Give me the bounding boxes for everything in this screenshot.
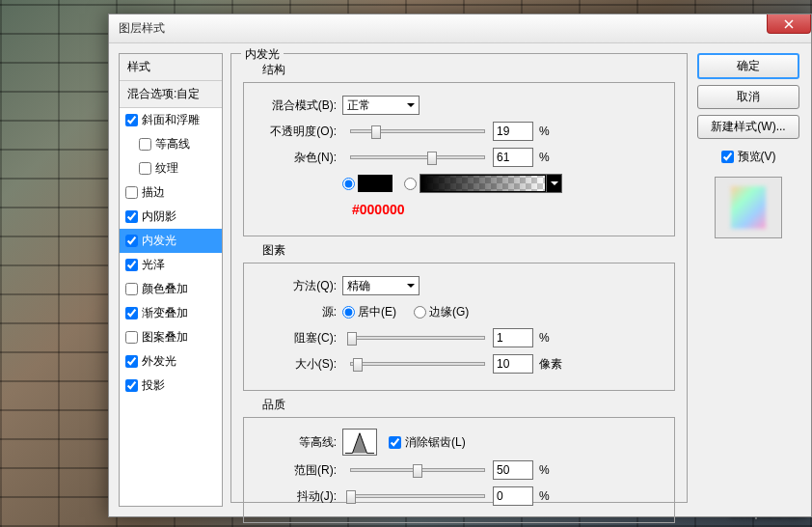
choke-input[interactable]: [493, 328, 533, 347]
panel-legend: 内发光: [241, 46, 284, 63]
noise-input[interactable]: [493, 148, 533, 167]
source-center-radio[interactable]: [342, 306, 355, 319]
range-input[interactable]: [493, 460, 533, 480]
style-checkbox[interactable]: [125, 235, 138, 247]
style-checkbox[interactable]: [125, 259, 138, 271]
color-radio[interactable]: [342, 178, 355, 190]
layer-style-dialog: 图层样式 样式 混合选项:自定 斜面和浮雕等高线纹理描边内阴影内发光光泽颜色叠加…: [108, 14, 812, 517]
styles-list: 样式 混合选项:自定 斜面和浮雕等高线纹理描边内阴影内发光光泽颜色叠加渐变叠加图…: [119, 53, 223, 507]
style-item[interactable]: 图案叠加: [120, 325, 222, 349]
gradient-radio[interactable]: [404, 178, 417, 190]
blend-options-item[interactable]: 混合选项:自定: [120, 81, 222, 108]
hex-annotation: #000000: [352, 202, 405, 217]
method-select[interactable]: 精确: [342, 276, 420, 295]
source-label: 源:: [256, 304, 342, 320]
style-label: 外发光: [142, 353, 176, 370]
structure-legend: 结构: [262, 62, 675, 78]
jitter-slider[interactable]: [350, 494, 485, 498]
style-checkbox[interactable]: [139, 162, 151, 175]
style-item[interactable]: 投影: [120, 374, 222, 398]
preview-checkbox[interactable]: [721, 151, 734, 163]
style-checkbox[interactable]: [125, 379, 138, 392]
opacity-input[interactable]: [493, 122, 533, 141]
noise-slider[interactable]: [350, 155, 485, 159]
range-slider[interactable]: [350, 468, 485, 472]
ok-button[interactable]: 确定: [697, 53, 799, 79]
cancel-button[interactable]: 取消: [697, 85, 799, 109]
style-label: 图案叠加: [142, 329, 188, 346]
noise-label: 杂色(N):: [256, 150, 342, 166]
style-item[interactable]: 等高线: [120, 132, 222, 156]
new-style-button[interactable]: 新建样式(W)...: [697, 115, 799, 139]
styles-header[interactable]: 样式: [120, 54, 222, 81]
style-checkbox[interactable]: [125, 307, 138, 319]
style-item[interactable]: 外发光: [120, 349, 222, 374]
style-item[interactable]: 纹理: [120, 156, 222, 180]
choke-label: 阻塞(C):: [256, 330, 342, 347]
method-label: 方法(Q):: [256, 278, 342, 294]
style-item[interactable]: 内阴影: [120, 205, 222, 229]
right-panel: 确定 取消 新建样式(W)... 预览(V): [695, 53, 801, 507]
style-label: 光泽: [142, 257, 165, 273]
style-item[interactable]: 光泽: [120, 253, 222, 277]
contour-label: 等高线:: [256, 434, 342, 451]
style-label: 斜面和浮雕: [142, 112, 200, 128]
contour-picker[interactable]: [342, 429, 377, 456]
antialias-checkbox[interactable]: [389, 436, 401, 449]
gradient-dropdown[interactable]: [546, 175, 561, 192]
settings-panel: 内发光 结构 混合模式(B): 正常 不透明度(O): % 杂色(N):: [230, 53, 688, 507]
preview-thumbnail: [715, 177, 782, 238]
choke-slider[interactable]: [350, 336, 485, 340]
gradient-swatch[interactable]: [420, 175, 546, 192]
opacity-slider[interactable]: [350, 129, 485, 133]
color-swatch[interactable]: [358, 175, 392, 192]
close-icon: [784, 19, 794, 29]
style-item[interactable]: 斜面和浮雕: [120, 108, 222, 132]
style-label: 描边: [142, 184, 165, 201]
size-input[interactable]: [493, 354, 533, 374]
style-checkbox[interactable]: [125, 210, 138, 223]
style-checkbox[interactable]: [139, 138, 151, 151]
style-item[interactable]: 颜色叠加: [120, 277, 222, 301]
style-label: 内发光: [142, 233, 176, 249]
style-label: 内阴影: [142, 208, 176, 225]
dialog-title: 图层样式: [119, 20, 165, 37]
style-checkbox[interactable]: [125, 355, 138, 368]
elements-legend: 图素: [262, 242, 675, 259]
style-label: 颜色叠加: [142, 281, 188, 297]
titlebar[interactable]: 图层样式: [109, 14, 811, 43]
opacity-label: 不透明度(O):: [256, 124, 342, 140]
quality-legend: 品质: [262, 397, 675, 413]
style-label: 渐变叠加: [142, 305, 188, 321]
blend-mode-label: 混合模式(B):: [256, 97, 342, 114]
jitter-input[interactable]: [493, 486, 533, 506]
style-label: 纹理: [155, 160, 178, 177]
style-item[interactable]: 渐变叠加: [120, 301, 222, 325]
style-item[interactable]: 描边: [120, 180, 222, 205]
jitter-label: 抖动(J):: [256, 488, 342, 505]
range-label: 范围(R):: [256, 462, 342, 479]
source-edge-radio[interactable]: [414, 306, 426, 319]
style-checkbox[interactable]: [125, 186, 138, 199]
size-slider[interactable]: [350, 362, 485, 366]
close-button[interactable]: [767, 14, 811, 34]
style-label: 投影: [142, 377, 165, 394]
size-label: 大小(S):: [256, 356, 342, 373]
style-item[interactable]: 内发光: [120, 229, 222, 253]
style-checkbox[interactable]: [125, 331, 138, 344]
style-checkbox[interactable]: [125, 283, 138, 295]
blend-mode-select[interactable]: 正常: [342, 96, 420, 115]
style-label: 等高线: [155, 136, 190, 153]
style-checkbox[interactable]: [125, 114, 138, 126]
